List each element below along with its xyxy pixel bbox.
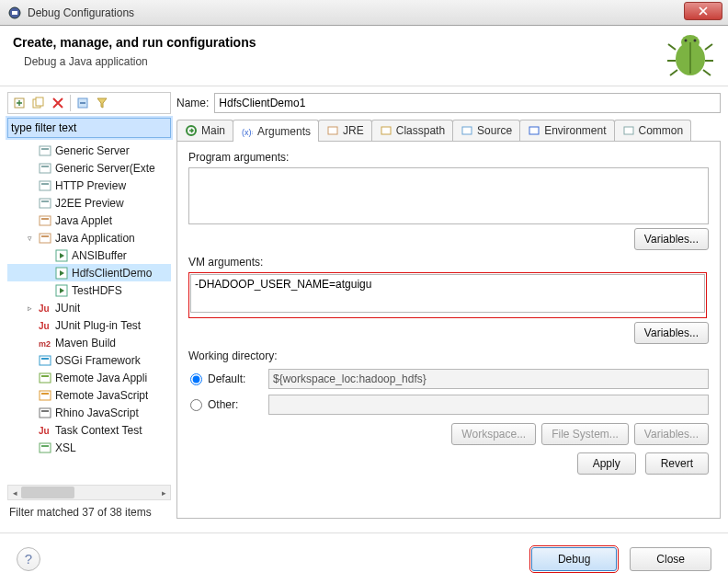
filter-button[interactable] (93, 94, 111, 112)
svg-rect-33 (40, 391, 51, 400)
tree-item-java-applet[interactable]: Java Applet (7, 212, 171, 229)
applet-icon (38, 213, 52, 228)
task-icon: Ju (38, 423, 52, 438)
close-button[interactable]: Close (630, 547, 711, 571)
tree-item-junit[interactable]: ▹JuJUnit (7, 299, 171, 316)
tree-item-j2ee-preview[interactable]: J2EE Preview (7, 194, 171, 212)
tab-jre[interactable]: JRE (318, 120, 372, 141)
svg-rect-34 (41, 393, 49, 395)
svg-rect-31 (40, 373, 51, 383)
arguments-tab-body: Program arguments: Variables... VM argum… (176, 142, 721, 519)
header-subtitle: Debug a Java application (24, 55, 715, 68)
tree-item-java-application[interactable]: ▿Java Application (7, 229, 171, 246)
delete-config-button[interactable] (49, 94, 67, 112)
maven-icon: m2 (38, 336, 52, 350)
tree-item-rhino-javascript[interactable]: Rhino JavaScript (7, 404, 171, 421)
svg-point-5 (685, 40, 688, 42)
config-toolbar (7, 92, 171, 114)
window-close-button[interactable] (684, 2, 722, 20)
new-config-button[interactable] (10, 94, 28, 112)
vm-args-highlight-box: -DHADOOP_USER_NAME=atguigu (188, 272, 707, 318)
tree-item-osgi-framework[interactable]: OSGi Framework (7, 351, 171, 369)
svg-text:Ju: Ju (39, 321, 50, 331)
wd-variables-button[interactable]: Variables... (634, 423, 709, 445)
jre-icon (326, 124, 339, 137)
server-icon (38, 178, 52, 193)
main-icon (185, 124, 198, 137)
java-icon (38, 231, 52, 246)
tab-common[interactable]: Common (614, 120, 692, 141)
svg-rect-46 (624, 127, 633, 134)
filter-input[interactable] (7, 118, 171, 138)
debug-button[interactable]: Debug (531, 547, 617, 571)
config-tree[interactable]: Generic ServerGeneric Server(ExteHTTP Pr… (7, 142, 171, 483)
svg-rect-35 (40, 408, 51, 418)
tree-hscrollbar[interactable]: ◂ ▸ (7, 485, 171, 500)
wd-other-radio[interactable] (190, 399, 202, 411)
left-panel: Generic ServerGeneric Server(ExteHTTP Pr… (7, 92, 171, 519)
dialog-header: Create, manage, and run configurations D… (0, 26, 728, 86)
tree-item-remote-javascript[interactable]: Remote JavaScript (7, 386, 171, 404)
collapse-all-button[interactable] (74, 94, 92, 112)
tree-item-http-preview[interactable]: HTTP Preview (7, 177, 171, 194)
apply-button[interactable]: Apply (577, 452, 636, 475)
wd-workspace-button[interactable]: Workspace... (451, 423, 536, 445)
tree-item-maven-build[interactable]: m2Maven Build (7, 334, 171, 351)
program-args-textarea[interactable] (188, 167, 709, 224)
wd-default-radio[interactable] (190, 373, 202, 385)
svg-rect-11 (40, 146, 51, 155)
tree-item-remote-java-appli[interactable]: Remote Java Appli (7, 369, 171, 386)
wd-filesystem-button[interactable]: File System... (541, 423, 629, 445)
svg-rect-43 (381, 127, 391, 134)
tree-item-ansibuffer[interactable]: ANSIBuffer (7, 246, 171, 264)
program-args-variables-button[interactable]: Variables... (634, 228, 709, 250)
svg-rect-1 (12, 11, 17, 15)
tree-item-task-context-test[interactable]: JuTask Context Test (7, 421, 171, 439)
svg-point-6 (694, 40, 697, 42)
tab-main[interactable]: Main (176, 120, 233, 141)
duplicate-config-button[interactable] (29, 94, 48, 112)
svg-text:(x)=: (x)= (242, 128, 253, 137)
tree-item-generic-server[interactable]: Generic Server (7, 142, 171, 159)
svg-rect-22 (41, 235, 49, 237)
java-run-icon (54, 248, 69, 263)
server-icon (38, 143, 52, 158)
svg-rect-13 (40, 164, 51, 173)
tab-classpath[interactable]: Classpath (371, 120, 453, 141)
name-input[interactable] (214, 93, 721, 113)
tab-environment[interactable]: Environment (519, 120, 614, 141)
wd-other-input[interactable] (268, 395, 709, 415)
java-run-icon (54, 266, 69, 281)
common-icon (622, 124, 635, 137)
tree-item-generic-server-exte[interactable]: Generic Server(Exte (7, 159, 171, 177)
svg-rect-18 (41, 200, 49, 202)
bug-icon (665, 29, 715, 79)
svg-rect-29 (40, 356, 51, 365)
tree-item-junit-plug-in-test[interactable]: JuJUnit Plug-in Test (7, 316, 171, 334)
tab-source[interactable]: Source (452, 120, 520, 141)
svg-rect-15 (40, 181, 51, 190)
svg-rect-44 (462, 127, 472, 134)
remote-icon (38, 371, 52, 385)
dialog-footer: ? Debug Close (0, 532, 728, 584)
osgi-icon (38, 353, 52, 368)
svg-rect-9 (36, 97, 43, 106)
src-icon (461, 124, 473, 137)
junit-plug-icon: Ju (38, 318, 52, 333)
window-titlebar: Debug Configurations (0, 0, 728, 26)
revert-button[interactable]: Revert (645, 452, 709, 475)
tree-item-hdfsclientdemo[interactable]: HdfsClientDemo (7, 264, 171, 281)
wd-default-input (268, 369, 709, 389)
tree-item-testhdfs[interactable]: TestHDFS (7, 281, 171, 299)
tree-item-xsl[interactable]: XSL (7, 439, 171, 456)
svg-rect-19 (40, 216, 51, 225)
help-button[interactable]: ? (17, 547, 40, 571)
tab-arguments[interactable]: (x)=Arguments (233, 120, 319, 142)
program-args-label: Program arguments: (188, 151, 709, 164)
header-title: Create, manage, and run configurations (13, 35, 715, 50)
junit-icon: Ju (38, 301, 52, 315)
server-icon (38, 161, 52, 176)
vm-args-variables-button[interactable]: Variables... (634, 322, 709, 344)
svg-text:Ju: Ju (39, 426, 50, 436)
vm-args-textarea[interactable]: -DHADOOP_USER_NAME=atguigu (190, 274, 705, 313)
